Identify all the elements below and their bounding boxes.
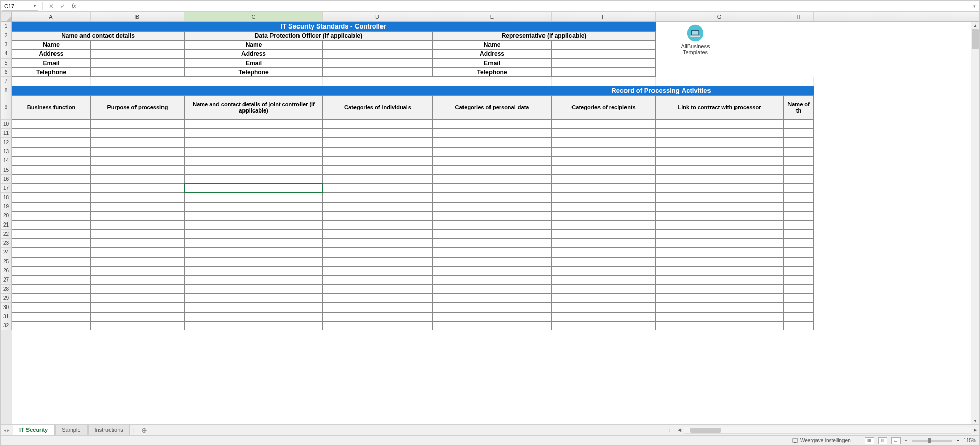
cell-G23[interactable]	[656, 239, 783, 248]
cell-D20[interactable]	[323, 211, 432, 220]
cell-E26[interactable]	[432, 266, 552, 275]
cell-A24[interactable]	[12, 248, 91, 257]
ropa-title[interactable]: Record of Processing Activities	[12, 86, 814, 95]
cell-r7c0[interactable]	[12, 77, 91, 86]
scroll-down-icon[interactable]: ▼	[971, 417, 979, 424]
cell-A12[interactable]	[12, 138, 91, 147]
cell-B14[interactable]	[91, 156, 184, 165]
cell-H24[interactable]	[783, 248, 814, 257]
field-value[interactable]	[91, 40, 184, 49]
field-value[interactable]	[552, 49, 656, 59]
cell-A19[interactable]	[12, 202, 91, 211]
cell-C27[interactable]	[184, 275, 323, 285]
cell-C23[interactable]	[184, 239, 323, 248]
cell-D11[interactable]	[323, 129, 432, 138]
cell-H14[interactable]	[783, 156, 814, 165]
cell-C28[interactable]	[184, 285, 323, 294]
data-header-6[interactable]: Link to contract with processor	[656, 95, 783, 120]
cell-F22[interactable]	[552, 230, 656, 239]
cell-F17[interactable]	[552, 184, 656, 193]
cell-B21[interactable]	[91, 220, 184, 230]
cell-E25[interactable]	[432, 257, 552, 266]
cell-C30[interactable]	[184, 303, 323, 312]
cell-r7c6[interactable]	[656, 77, 783, 86]
cell-B12[interactable]	[91, 138, 184, 147]
hscroll-thumb[interactable]	[690, 428, 721, 433]
cell-G32[interactable]	[656, 321, 783, 330]
row-header-12[interactable]: 12	[1, 138, 12, 147]
cell-G14[interactable]	[656, 156, 783, 165]
cell-E16[interactable]	[432, 175, 552, 184]
zoom-value[interactable]: 115%	[963, 438, 976, 443]
cell-H26[interactable]	[783, 266, 814, 275]
data-header-7[interactable]: Name of th	[783, 95, 814, 120]
cell-D13[interactable]	[323, 147, 432, 156]
cell-F30[interactable]	[552, 303, 656, 312]
cell-H21[interactable]	[783, 220, 814, 230]
row-header-30[interactable]: 30	[1, 303, 12, 312]
row-header-14[interactable]: 14	[1, 156, 12, 165]
cell-r7c5[interactable]	[552, 77, 656, 86]
cell-B22[interactable]	[91, 230, 184, 239]
cell-B13[interactable]	[91, 147, 184, 156]
cell-E24[interactable]	[432, 248, 552, 257]
cell-C14[interactable]	[184, 156, 323, 165]
scroll-right-icon[interactable]: ▶	[971, 428, 979, 432]
field-value[interactable]	[91, 68, 184, 77]
cell-H10[interactable]	[783, 120, 814, 129]
cell-B26[interactable]	[91, 266, 184, 275]
cell-H2[interactable]	[783, 31, 814, 40]
cell-F29[interactable]	[552, 294, 656, 303]
cell-D30[interactable]	[323, 303, 432, 312]
cell-E11[interactable]	[432, 129, 552, 138]
cell-D31[interactable]	[323, 312, 432, 321]
zoom-out-icon[interactable]: −	[905, 438, 908, 443]
scroll-up-icon[interactable]: ▲	[971, 22, 979, 29]
horizontal-scrollbar[interactable]: ⋮ ◀ ▶	[664, 426, 979, 434]
view-page-layout-icon[interactable]: ▤	[878, 437, 887, 444]
cell-E17[interactable]	[432, 184, 552, 193]
cell-D23[interactable]	[323, 239, 432, 248]
field-value[interactable]	[552, 40, 656, 49]
vertical-scrollbar[interactable]: ▲ ▼	[971, 22, 979, 424]
field-value[interactable]	[323, 68, 432, 77]
cell-E22[interactable]	[432, 230, 552, 239]
field-label-rep-address[interactable]: Address	[432, 49, 552, 59]
cell-H30[interactable]	[783, 303, 814, 312]
row-header-20[interactable]: 20	[1, 211, 12, 220]
section-rep[interactable]: Representative (if applicable)	[432, 31, 656, 40]
col-header-H[interactable]: H	[783, 12, 814, 21]
cell-G21[interactable]	[656, 220, 783, 230]
cell-E28[interactable]	[432, 285, 552, 294]
field-label-dpo-name[interactable]: Name	[184, 40, 323, 49]
row-header-11[interactable]: 11	[1, 129, 12, 138]
cell-A18[interactable]	[12, 193, 91, 202]
cell-r7c4[interactable]	[432, 77, 552, 86]
cell-H1[interactable]	[783, 22, 814, 31]
cell-G16[interactable]	[656, 175, 783, 184]
field-value[interactable]	[323, 40, 432, 49]
cell-A15[interactable]	[12, 165, 91, 175]
cell-F19[interactable]	[552, 202, 656, 211]
field-label-name[interactable]: Name	[12, 40, 91, 49]
cell-B32[interactable]	[91, 321, 184, 330]
cell-A30[interactable]	[12, 303, 91, 312]
cell-D21[interactable]	[323, 220, 432, 230]
cell-A21[interactable]	[12, 220, 91, 230]
cell-A17[interactable]	[12, 184, 91, 193]
cell-E18[interactable]	[432, 193, 552, 202]
cell-A32[interactable]	[12, 321, 91, 330]
cell-G27[interactable]	[656, 275, 783, 285]
cell-H25[interactable]	[783, 257, 814, 266]
cell-G13[interactable]	[656, 147, 783, 156]
col-header-E[interactable]: E	[432, 12, 552, 21]
row-header-27[interactable]: 27	[1, 275, 12, 285]
cell-G12[interactable]	[656, 138, 783, 147]
cell-G31[interactable]	[656, 312, 783, 321]
tab-first-icon[interactable]: ◂	[4, 428, 6, 433]
cell-C22[interactable]	[184, 230, 323, 239]
field-value[interactable]	[552, 68, 656, 77]
select-all-corner[interactable]	[1, 12, 12, 22]
name-box[interactable]: C17 ▾	[2, 2, 38, 11]
cell-A25[interactable]	[12, 257, 91, 266]
